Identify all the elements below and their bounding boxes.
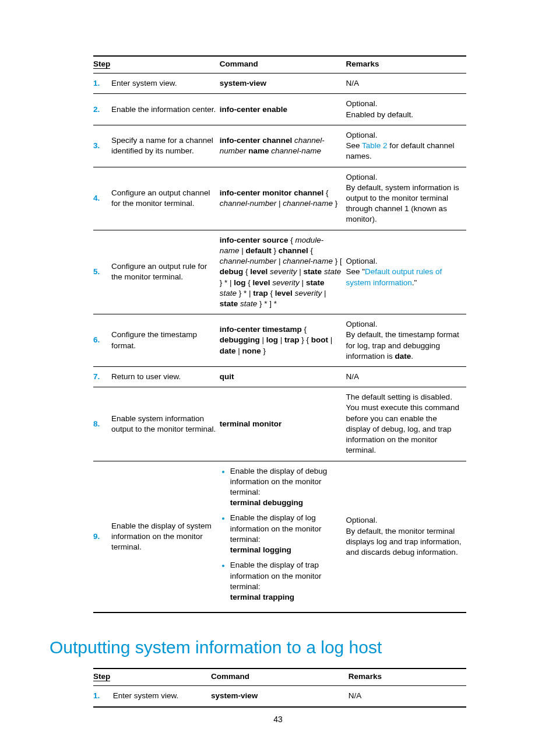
remarks-text: Optional.Enabled by default. xyxy=(346,94,466,125)
th-remarks: Remarks xyxy=(349,668,466,686)
table-row: 5.Configure an output rule for the monit… xyxy=(93,230,466,314)
command-text: info-center channel channel-number name … xyxy=(220,125,346,167)
step-number: 7. xyxy=(93,367,111,387)
table2-body: 1.Enter system view.system-viewN/A xyxy=(93,686,466,707)
table-row: 8.Enable system information output to th… xyxy=(93,387,466,461)
th-command: Command xyxy=(211,668,349,686)
remarks-text: N/A xyxy=(346,74,466,94)
command-text: system-view xyxy=(211,686,349,707)
table-row: 1.Enter system view.system-viewN/A xyxy=(93,686,466,707)
step-number: 2. xyxy=(93,94,111,125)
command-text: info-center enable xyxy=(220,94,346,125)
th-remarks: Remarks xyxy=(346,56,466,74)
remarks-text: Optional.By default, system information … xyxy=(346,167,466,230)
step-text: Enable system information output to the … xyxy=(111,387,220,461)
step-number: 8. xyxy=(93,387,111,461)
command-text: info-center source { module-name | defau… xyxy=(220,230,346,314)
th-step: Step xyxy=(93,668,211,686)
th-step: Step xyxy=(93,56,220,74)
table-row: 9.Enable the display of system informati… xyxy=(93,461,466,612)
step-text: Enable the display of system information… xyxy=(111,461,220,612)
step-number: 6. xyxy=(93,314,111,367)
remarks-text: The default setting is disabled.You must… xyxy=(346,387,466,461)
step-text: Configure an output channel for the moni… xyxy=(111,167,220,230)
step-text: Configure the timestamp format. xyxy=(111,314,220,367)
command-table-2: Step Command Remarks 1.Enter system view… xyxy=(93,668,466,707)
step-number: 1. xyxy=(93,686,113,707)
step-text: Enter system view. xyxy=(113,686,211,707)
remarks-text: Optional.See Table 2 for default channel… xyxy=(346,125,466,167)
table-row: 4.Configure an output channel for the mo… xyxy=(93,167,466,230)
step-text: Return to user view. xyxy=(111,367,220,387)
step-number: 5. xyxy=(93,230,111,314)
page-number: 43 xyxy=(0,715,556,724)
command-text: system-view xyxy=(220,74,346,94)
command-text: quit xyxy=(220,367,346,387)
step-text: Enable the information center. xyxy=(111,94,220,125)
step-text: Enter system view. xyxy=(111,74,220,94)
table-row: 3.Specify a name for a channel identifie… xyxy=(93,125,466,167)
remarks-text: N/A xyxy=(349,686,466,707)
th-command: Command xyxy=(220,56,346,74)
table-row: 7.Return to user view.quitN/A xyxy=(93,367,466,387)
table-row: 2.Enable the information center.info-cen… xyxy=(93,94,466,125)
table-row: 1.Enter system view.system-viewN/A xyxy=(93,74,466,94)
step-number: 4. xyxy=(93,167,111,230)
command-table-1: Step Command Remarks 1.Enter system view… xyxy=(93,55,466,613)
step-number: 9. xyxy=(93,461,111,612)
step-number: 3. xyxy=(93,125,111,167)
command-text: terminal monitor xyxy=(220,387,346,461)
command-text: info-center timestamp { debugging | log … xyxy=(220,314,346,367)
remarks-text: N/A xyxy=(346,367,466,387)
table1-body: 1.Enter system view.system-viewN/A2.Enab… xyxy=(93,74,466,612)
section-heading: Outputting system information to a log h… xyxy=(50,638,501,657)
remarks-text: Optional.By default, the timestamp forma… xyxy=(346,314,466,367)
step-text: Specify a name for a channel identified … xyxy=(111,125,220,167)
step-number: 1. xyxy=(93,74,111,94)
command-text: info-center monitor channel { channel-nu… xyxy=(220,167,346,230)
step-text: Configure an output rule for the monitor… xyxy=(111,230,220,314)
remarks-text: Optional.By default, the monitor termina… xyxy=(346,461,466,612)
remarks-text: Optional.See "Default output rules of sy… xyxy=(346,230,466,314)
table-row: 6.Configure the timestamp format.info-ce… xyxy=(93,314,466,367)
command-text: Enable the display of debug information … xyxy=(220,461,346,612)
